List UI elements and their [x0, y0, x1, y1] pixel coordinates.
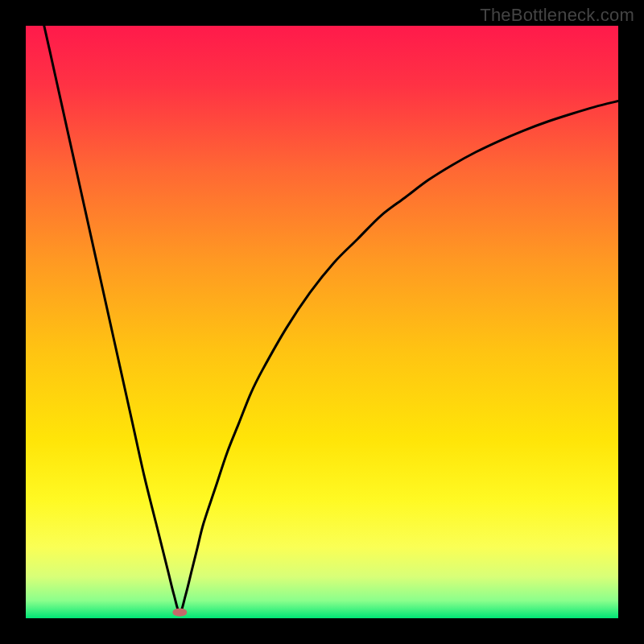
- watermark-text: TheBottleneck.com: [480, 5, 634, 26]
- chart-svg: [26, 26, 618, 618]
- chart-frame: TheBottleneck.com: [0, 0, 644, 644]
- minimum-marker: [172, 609, 187, 617]
- gradient-background: [26, 26, 618, 618]
- plot-area: [26, 26, 618, 618]
